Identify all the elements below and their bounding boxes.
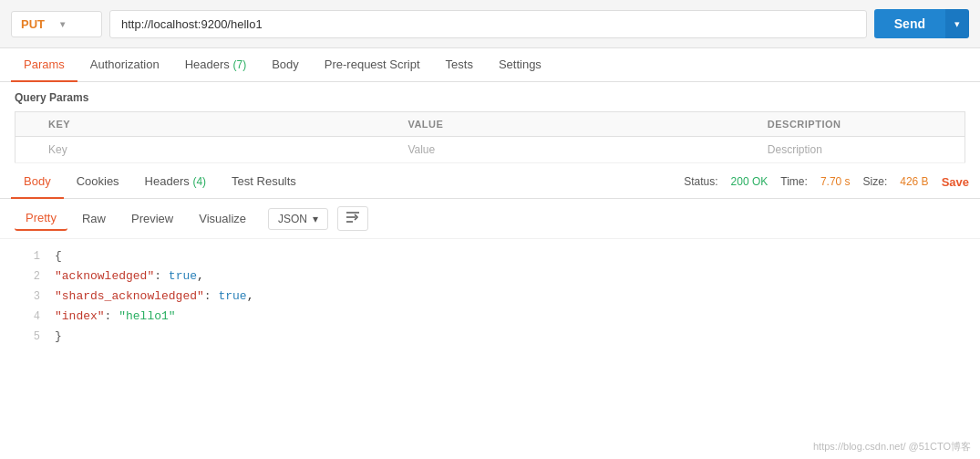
wrap-icon xyxy=(346,211,360,224)
response-tabs-bar: Body Cookies Headers (4) Test Results St… xyxy=(0,165,980,199)
tab-settings[interactable]: Settings xyxy=(486,48,554,82)
request-tabs: Params Authorization Headers (7) Body Pr… xyxy=(0,48,980,82)
response-status: Status: 200 OK Time: 7.70 s Size: 426 B … xyxy=(684,175,969,189)
col-desc-header: DESCRIPTION xyxy=(757,112,965,137)
format-label: JSON xyxy=(278,213,307,225)
tab-params[interactable]: Params xyxy=(11,48,77,82)
desc-placeholder[interactable]: Description xyxy=(757,137,965,163)
resp-tab-body[interactable]: Body xyxy=(11,165,64,199)
params-placeholder-row: Key Value Description xyxy=(15,137,965,163)
status-label-text: Status: xyxy=(684,175,717,188)
json-line-2: 2 "acknowledged": true, xyxy=(15,266,965,287)
format-select[interactable]: JSON ▾ xyxy=(268,208,328,230)
key-placeholder[interactable]: Key xyxy=(37,137,397,163)
view-pretty-button[interactable]: Pretty xyxy=(15,206,67,231)
resp-tab-test-results[interactable]: Test Results xyxy=(219,165,309,199)
params-table: KEY VALUE DESCRIPTION Key Value Descript… xyxy=(15,111,965,163)
resp-tab-cookies[interactable]: Cookies xyxy=(64,165,132,199)
view-visualize-button[interactable]: Visualize xyxy=(188,207,257,230)
method-select[interactable]: PUT ▾ xyxy=(11,11,102,37)
json-line-5: 5 } xyxy=(15,327,965,347)
query-params-title: Query Params xyxy=(15,91,965,104)
time-label: Time: xyxy=(780,175,808,188)
tab-tests[interactable]: Tests xyxy=(433,48,486,82)
time-value: 7.70 s xyxy=(820,175,851,188)
method-label: PUT xyxy=(21,17,53,31)
tab-body[interactable]: Body xyxy=(259,48,312,82)
json-line-4: 4 "index": "hello1" xyxy=(15,307,965,327)
url-input[interactable] xyxy=(109,10,867,38)
col-checkbox xyxy=(15,112,38,137)
size-label: Size: xyxy=(863,175,888,188)
response-body-toolbar: Pretty Raw Preview Visualize JSON ▾ xyxy=(0,199,980,239)
send-dropdown-button[interactable]: ▾ xyxy=(945,9,969,38)
size-value: 426 B xyxy=(900,175,928,188)
status-value: 200 OK xyxy=(731,175,769,188)
view-raw-button[interactable]: Raw xyxy=(71,207,117,230)
chevron-down-icon: ▾ xyxy=(313,213,318,225)
tab-authorization[interactable]: Authorization xyxy=(77,48,172,82)
json-line-3: 3 "shards_acknowledged": true, xyxy=(15,287,965,307)
save-button[interactable]: Save xyxy=(942,175,969,189)
json-line-1: 1 { xyxy=(15,246,965,266)
col-key-header: KEY xyxy=(37,112,397,137)
resp-tab-headers[interactable]: Headers (4) xyxy=(132,165,219,199)
chevron-down-icon: ▾ xyxy=(60,19,92,29)
value-placeholder[interactable]: Value xyxy=(397,137,756,163)
query-params-section: Query Params KEY VALUE DESCRIPTION Key V… xyxy=(0,82,980,163)
watermark: https://blog.csdn.net/ @51CTO博客 xyxy=(813,440,971,454)
json-response-body: 1 { 2 "acknowledged": true, 3 "shards_ac… xyxy=(0,239,980,354)
top-bar: PUT ▾ Send ▾ xyxy=(0,0,980,48)
send-button[interactable]: Send xyxy=(874,9,945,38)
send-button-group: Send ▾ xyxy=(874,9,969,38)
tab-prerequest[interactable]: Pre-request Script xyxy=(312,48,433,82)
view-preview-button[interactable]: Preview xyxy=(120,207,184,230)
wrap-button[interactable] xyxy=(337,206,368,231)
tab-headers[interactable]: Headers (7) xyxy=(172,48,259,82)
col-value-header: VALUE xyxy=(397,112,756,137)
